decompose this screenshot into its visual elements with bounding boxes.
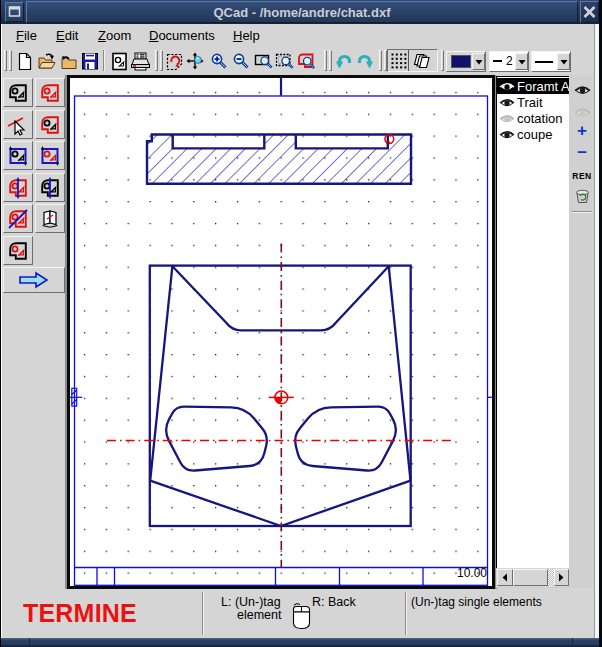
svg-text:10.00: 10.00 [457,566,487,580]
